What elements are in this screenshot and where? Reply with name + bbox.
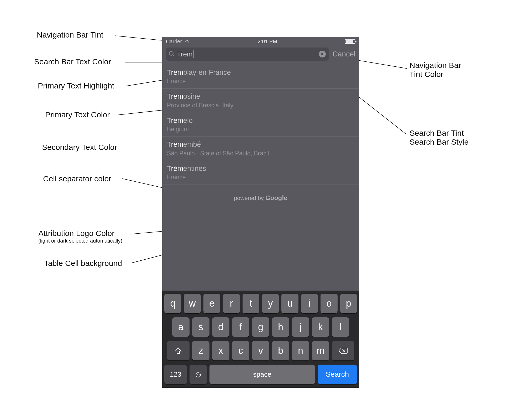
keyboard-row-1: q w e r t y u i o p [164, 294, 357, 313]
keyboard: q w e r t y u i o p a s d f g h j k l [162, 291, 359, 388]
key-j[interactable]: j [292, 317, 309, 337]
result-secondary: France [167, 174, 354, 181]
key-numbers[interactable]: 123 [164, 365, 187, 384]
keyboard-row-2: a s d f g h j k l [164, 317, 357, 337]
cancel-button[interactable]: Cancel [333, 50, 355, 58]
key-emoji[interactable]: ☺ [190, 365, 207, 384]
key-search[interactable]: Search [318, 365, 357, 384]
table-row[interactable]: Tremosine Province of Brescia, Italy [162, 89, 359, 113]
callout-nav-tint: Navigation Bar Tint [37, 30, 103, 39]
key-f[interactable]: f [232, 317, 249, 337]
key-i[interactable]: i [301, 294, 318, 313]
key-backspace[interactable] [332, 341, 354, 360]
key-a[interactable]: a [172, 317, 190, 337]
key-t[interactable]: t [243, 294, 259, 313]
callout-nav-tint-color: Navigation Bar Tint Color [410, 61, 461, 79]
key-p[interactable]: p [340, 294, 357, 313]
shift-icon [175, 347, 182, 354]
clock: 2:01 PM [258, 39, 277, 45]
result-primary: Trémentines [167, 164, 354, 173]
result-secondary: Belgium [167, 126, 354, 133]
key-u[interactable]: u [281, 294, 298, 313]
table-row[interactable]: Tremembé São Paulo - State of São Paulo,… [162, 137, 359, 161]
result-secondary: France [167, 78, 354, 85]
key-g[interactable]: g [252, 317, 269, 337]
key-k[interactable]: k [312, 317, 329, 337]
key-q[interactable]: q [164, 294, 181, 313]
key-z[interactable]: z [192, 341, 209, 360]
key-v[interactable]: v [252, 341, 269, 360]
key-d[interactable]: d [212, 317, 229, 337]
key-b[interactable]: b [272, 341, 289, 360]
attribution-row: powered by Google [162, 185, 359, 204]
results-table: Tremblay-en-France France Tremosine Prov… [162, 65, 359, 185]
key-r[interactable]: r [223, 294, 240, 313]
key-h[interactable]: h [272, 317, 289, 337]
result-primary: Tremembé [167, 140, 354, 149]
key-w[interactable]: w [184, 294, 201, 313]
search-query-text: Trem [177, 50, 194, 58]
callout-primary-text-color: Primary Text Color [45, 110, 110, 119]
google-logo-text: Google [265, 194, 287, 201]
svg-line-5 [122, 178, 167, 189]
key-n[interactable]: n [292, 341, 309, 360]
callout-cell-bg: Table Cell background [44, 259, 122, 268]
phone-frame: Carrier 2:01 PM Trem ✕ Cancel Tremblay-e… [162, 37, 359, 388]
callout-attribution: Attribution Logo Color (light or dark se… [38, 229, 122, 244]
text-caret [193, 50, 194, 58]
callout-search-text-color: Search Bar Text Color [34, 57, 111, 66]
result-primary: Tremosine [167, 92, 354, 101]
search-icon [169, 51, 175, 57]
table-row[interactable]: Trémentines France [162, 161, 359, 185]
result-secondary: São Paulo - State of São Paulo, Brazil [167, 150, 354, 157]
battery-icon [345, 39, 355, 44]
result-primary: Tremblay-en-France [167, 68, 354, 77]
callout-secondary-text: Secondary Text Color [42, 143, 117, 152]
callout-search-tint: Search Bar Tint Search Bar Style [410, 129, 469, 146]
search-input[interactable]: Trem ✕ [166, 48, 329, 61]
key-l[interactable]: l [332, 317, 349, 337]
key-m[interactable]: m [312, 341, 329, 360]
keyboard-row-3: z x c v b n m [164, 341, 357, 360]
key-e[interactable]: e [203, 294, 220, 313]
table-row[interactable]: Tremelo Belgium [162, 113, 359, 137]
result-primary: Tremelo [167, 116, 354, 125]
navigation-bar: Trem ✕ Cancel [162, 46, 359, 65]
status-bar: Carrier 2:01 PM [162, 37, 359, 46]
table-row[interactable]: Tremblay-en-France France [162, 65, 359, 89]
key-x[interactable]: x [212, 341, 229, 360]
svg-line-0 [115, 36, 168, 41]
callout-separator: Cell separator color [43, 174, 111, 183]
wifi-icon [184, 39, 190, 44]
callout-primary-highlight: Primary Text Highlight [38, 81, 114, 90]
key-space[interactable]: space [209, 365, 315, 384]
key-s[interactable]: s [192, 317, 209, 337]
key-y[interactable]: y [262, 294, 279, 313]
result-secondary: Province of Brescia, Italy [167, 102, 354, 109]
backspace-icon [339, 348, 348, 354]
key-o[interactable]: o [321, 294, 337, 313]
key-shift[interactable] [167, 341, 190, 360]
svg-line-8 [355, 60, 407, 69]
key-c[interactable]: c [232, 341, 249, 360]
carrier-label: Carrier [166, 39, 182, 45]
keyboard-row-4: 123 ☺ space Search [164, 365, 357, 384]
clear-button[interactable]: ✕ [319, 51, 326, 57]
